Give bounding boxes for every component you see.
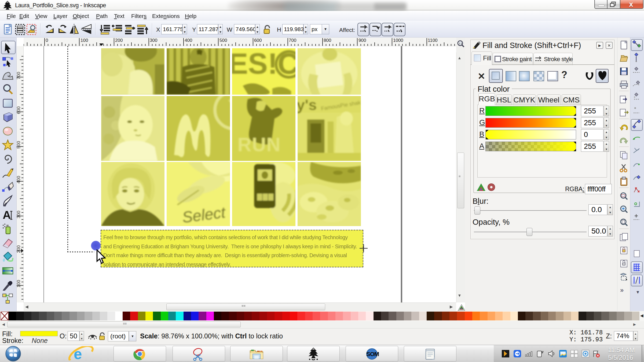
svg-text:0: 0	[46, 38, 48, 43]
svg-text:RUN: RUN	[237, 134, 281, 155]
svg-text:100: 100	[17, 280, 21, 287]
svg-text:SOM: SOM	[366, 351, 379, 357]
svg-text:700: 700	[17, 72, 21, 79]
svg-text:1100: 1100	[428, 38, 438, 43]
svg-text:800: 800	[324, 38, 331, 43]
svg-text:300: 300	[150, 38, 157, 43]
svg-text:100: 100	[80, 38, 88, 43]
svg-text:500: 500	[219, 38, 227, 43]
svg-text:y's: y's	[298, 96, 317, 113]
svg-text:300: 300	[17, 211, 21, 218]
svg-text:900: 900	[358, 38, 366, 43]
svg-text:500: 500	[17, 141, 21, 149]
svg-text:1:1: 1:1	[459, 42, 462, 45]
svg-text:200: 200	[17, 245, 21, 253]
svg-text:600: 600	[254, 38, 262, 43]
svg-text:A: A	[3, 209, 11, 221]
svg-text:400: 400	[185, 38, 192, 43]
svg-text:200: 200	[115, 38, 123, 43]
svg-text:700: 700	[289, 38, 296, 43]
svg-text:600: 600	[17, 106, 21, 114]
svg-text:400: 400	[17, 176, 21, 183]
svg-text:1000: 1000	[393, 38, 403, 43]
